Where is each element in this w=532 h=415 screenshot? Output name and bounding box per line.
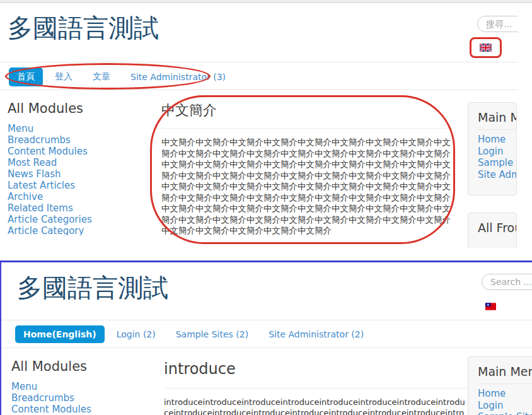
site-title: 多國語言測試 [17, 272, 168, 303]
sidebar-item-content-modules[interactable]: Content Modules [8, 146, 156, 157]
modules-sidebar: All Modules Menu Breadcrumbs Content Mod… [8, 101, 156, 235]
menu-link-sample-sites[interactable]: Sample Sites [478, 411, 532, 415]
article-divider [164, 388, 468, 389]
menu-link-login[interactable]: Login [478, 146, 516, 158]
flag-annotation-box [470, 37, 502, 58]
second-sidebar-card: All Frou [468, 213, 517, 248]
modules-link-list: Menu Breadcrumbs Content Modules Most Re… [8, 123, 156, 235]
menu-link-home[interactable]: Home [478, 134, 516, 146]
modules-title: All Modules [11, 359, 159, 374]
menu-link-sample-sites[interactable]: Sample Sites [478, 157, 516, 169]
site-title: 多國語言測試 [8, 13, 159, 43]
article-divider [161, 128, 453, 129]
article-body: introduceintroduceintroduceintroduceintr… [164, 397, 468, 415]
menu-link-home[interactable]: Home [478, 388, 532, 400]
uk-flag-icon[interactable] [480, 44, 492, 52]
sidebar-item-latest-articles[interactable]: Latest Articles [8, 180, 156, 191]
article-introduce: introduce introduceintroduceintroduceint… [164, 360, 468, 415]
search-input[interactable] [482, 274, 532, 290]
main-menu-card: Main Menu Home Login Sample Sites Site A… [468, 102, 517, 196]
search-input[interactable] [477, 16, 518, 32]
nav-tab-home[interactable]: Home(English) [15, 325, 105, 343]
main-menu-links: Home Login Sample Sites [478, 388, 532, 415]
sidebar-item-article-category[interactable]: Article Category [8, 225, 156, 235]
sidebar-item-related-items[interactable]: Related Items [8, 202, 156, 214]
article-chinese-intro: 中文簡介 中文簡介中文簡介中文簡介中文簡介中文簡介中文簡介中文簡介中文簡介中文簡… [161, 101, 453, 237]
article-title: introduce [164, 360, 468, 378]
main-menu-links: Home Login Sample Sites Site Administrat… [478, 134, 516, 180]
page-chinese: 多國語言測試 首頁 登入 文章 Site Administrator (3) A… [0, 3, 518, 248]
page-english: 多國語言測試 Home(English) Login (2) Sample Si… [0, 260, 532, 415]
sidebar-item-breadcrumbs[interactable]: Breadcrumbs [11, 392, 159, 404]
sidebar-item-menu[interactable]: Menu [8, 123, 156, 134]
nav-tab-site-administrator[interactable]: Site Administrator (2) [260, 325, 372, 343]
taiwan-flag-icon[interactable] [485, 303, 496, 310]
sidebar-item-archive[interactable]: Archive [8, 191, 156, 202]
menu-link-site-administrator[interactable]: Site Administrator [478, 169, 516, 181]
nav-tab-home[interactable]: 首頁 [9, 67, 43, 86]
second-card-title: All Frou [478, 221, 516, 240]
main-menu-title: Main Menu [478, 365, 532, 384]
nav-tab-login[interactable]: Login (2) [108, 325, 164, 343]
article-title: 中文簡介 [161, 101, 453, 120]
article-body: 中文簡介中文簡介中文簡介中文簡介中文簡介中文簡介中文簡介中文簡介中文簡介中文簡介… [161, 137, 453, 237]
sidebar-item-article-categories[interactable]: Article Categories [8, 214, 156, 225]
sidebar-item-menu[interactable]: Menu [11, 381, 159, 392]
menu-link-login[interactable]: Login [478, 400, 532, 412]
sidebar-item-breadcrumbs[interactable]: Breadcrumbs [8, 134, 156, 146]
main-menu-title: Main Menu [478, 110, 516, 130]
sidebar-item-most-read[interactable]: Most Read [8, 157, 156, 168]
modules-link-list: Menu Breadcrumbs Content Modules [11, 381, 159, 415]
nav-tab-login[interactable]: 登入 [47, 67, 81, 86]
main-nav: Home(English) Login (2) Sample Sites (2)… [1, 320, 532, 348]
sidebar-item-content-modules[interactable]: Content Modules [11, 404, 159, 415]
modules-title: All Modules [8, 101, 156, 116]
sidebar-item-news-flash[interactable]: News Flash [8, 168, 156, 180]
nav-tab-articles[interactable]: 文章 [84, 67, 119, 86]
nav-tab-site-administrator[interactable]: Site Administrator (3) [122, 68, 234, 86]
nav-tab-sample-sites[interactable]: Sample Sites (2) [168, 325, 257, 343]
modules-sidebar: All Modules Menu Breadcrumbs Content Mod… [11, 359, 159, 415]
main-nav: 首頁 登入 文章 Site Administrator (3) [0, 62, 518, 90]
main-menu-card: Main Menu Home Login Sample Sites [468, 356, 532, 415]
